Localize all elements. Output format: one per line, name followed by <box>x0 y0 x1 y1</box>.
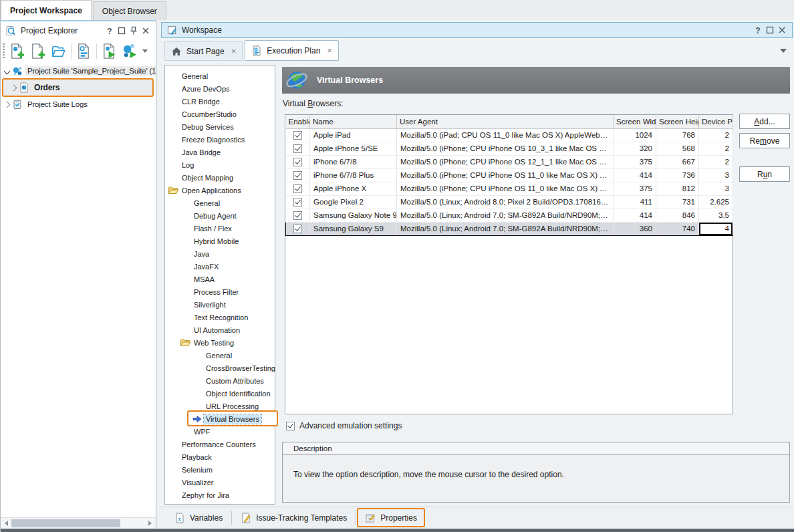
cell-name[interactable]: Apple iPhone X <box>310 182 397 195</box>
cell-screen-width[interactable]: 414 <box>614 209 656 222</box>
cell-device-pixel-ratio[interactable]: 3 <box>699 168 733 182</box>
cell-screen-width[interactable]: 1024 <box>614 128 656 142</box>
add-new-item-button[interactable] <box>27 41 48 61</box>
tab-overflow-dropdown-icon[interactable] <box>780 49 787 53</box>
table-row-iphone-6-7-8[interactable]: iPhone 6/7/8Mozilla/5.0 (iPhone; CPU iPh… <box>286 155 733 168</box>
main-tab-object-browser[interactable]: Object Browser <box>93 1 166 20</box>
cell-device-pixel-ratio[interactable]: 2.625 <box>699 195 733 209</box>
enable-checkbox[interactable] <box>293 198 302 207</box>
enable-checkbox[interactable] <box>293 171 302 180</box>
close-tab-icon[interactable]: × <box>327 46 332 55</box>
cell-user-agent[interactable]: Mozilla/5.0 (iPhone; CPU iPhone OS 11_0 … <box>397 168 614 182</box>
column-header-user-agent[interactable]: User Agent <box>397 115 614 128</box>
cell-user-agent[interactable]: Mozilla/5.0 (Linux; Android 8.0; Pixel 2… <box>397 195 614 209</box>
toolbar-grip[interactable] <box>3 43 5 59</box>
expander-icon[interactable] <box>11 84 17 91</box>
cell-name[interactable]: iPhone 6/7/8 Plus <box>310 168 397 182</box>
enable-checkbox[interactable] <box>293 131 302 140</box>
options-item-javafx[interactable]: JavaFX <box>165 260 275 273</box>
horizontal-scrollbar[interactable] <box>1 517 156 529</box>
enable-checkbox[interactable] <box>293 225 302 233</box>
tree-item-orders[interactable]: Orders <box>1 80 156 95</box>
scrollbar-thumb[interactable] <box>11 519 120 527</box>
options-item-web-testing[interactable]: Web Testing <box>165 336 275 349</box>
options-item-azure-devops[interactable]: Azure DevOps <box>165 82 275 95</box>
options-item-custom-attributes[interactable]: Custom Attributes <box>165 374 275 387</box>
cell-screen-height[interactable]: 667 <box>656 155 699 168</box>
column-header-screen-heig[interactable]: Screen Heig <box>656 115 699 128</box>
options-item-virtual-browsers[interactable]: Virtual Browsers <box>165 412 275 425</box>
scroll-left-icon[interactable] <box>5 521 8 526</box>
bottom-tab-properties[interactable]: Properties <box>356 507 426 529</box>
options-item-hybrid-mobile[interactable]: Hybrid Mobile <box>165 235 275 247</box>
options-item-log[interactable]: Log <box>165 158 275 171</box>
options-item-wpf[interactable]: WPF <box>165 425 275 438</box>
options-item-java[interactable]: Java <box>165 247 275 260</box>
document-tab-execution-plan[interactable]: Execution Plan× <box>245 40 339 61</box>
options-item-process-filter[interactable]: Process Filter <box>165 285 275 298</box>
organize-tests-button[interactable] <box>74 41 94 61</box>
options-item-text-recognition[interactable]: Text Recognition <box>165 311 275 323</box>
bottom-tab-issue-tracking-templates[interactable]: Issue-Tracking Templates <box>232 507 356 529</box>
cell-screen-height[interactable]: 568 <box>656 142 699 155</box>
cell-screen-height[interactable]: 812 <box>656 182 699 195</box>
bottom-tab-variables[interactable]: xVariables <box>166 507 231 529</box>
help-icon[interactable]: ? <box>753 25 763 35</box>
options-item-clr-bridge[interactable]: CLR Bridge <box>165 95 275 108</box>
cell-screen-width[interactable]: 375 <box>614 182 656 195</box>
options-item-msaa[interactable]: MSAA <box>165 273 275 285</box>
options-item-object-mapping[interactable]: Object Mapping <box>165 171 275 184</box>
maximize-icon[interactable] <box>765 25 775 35</box>
options-item-general[interactable]: General <box>165 196 275 209</box>
pin-icon[interactable] <box>128 25 139 36</box>
enable-checkbox[interactable] <box>293 144 302 153</box>
advanced-emulation-settings-checkbox[interactable]: Advanced emulation settings <box>286 421 402 430</box>
maximize-icon[interactable] <box>116 25 127 36</box>
cell-user-agent[interactable]: Mozilla/5.0 (iPhone; CPU iPhone OS 10_3_… <box>397 142 614 155</box>
cell-user-agent[interactable]: Mozilla/5.0 (Linux; Android 7.0; SM-G892… <box>397 209 614 222</box>
add-project-item-button[interactable] <box>7 41 27 61</box>
options-item-ui-automation[interactable]: UI Automation <box>165 323 275 336</box>
table-row-samsung-galaxy-note-9[interactable]: Samsung Galaxy Note 9Mozilla/5.0 (Linux;… <box>286 209 733 222</box>
options-item-playback[interactable]: Playback <box>165 450 275 463</box>
options-item-cucumberstudio[interactable]: CucumberStudio <box>165 108 275 120</box>
cell-name[interactable]: Apple iPhone 5/SE <box>310 142 397 155</box>
options-item-debug-agent[interactable]: Debug Agent <box>165 209 275 222</box>
cell-screen-height[interactable]: 740 <box>656 222 699 235</box>
expander-icon[interactable] <box>4 68 11 74</box>
options-item-debug-services[interactable]: Debug Services <box>165 120 275 133</box>
options-item-visualizer[interactable]: Visualizer <box>165 476 275 489</box>
remove-button[interactable]: Remove <box>739 133 790 148</box>
cell-device-pixel-ratio[interactable]: 2 <box>699 155 733 168</box>
cell-name[interactable]: Google Pixel 2 <box>310 195 397 209</box>
column-header-device-pi[interactable]: Device Pi <box>699 115 733 128</box>
table-row-apple-iphone-x[interactable]: Apple iPhone XMozilla/5.0 (iPhone; CPU i… <box>286 182 733 195</box>
table-row-iphone-6-7-8-plus[interactable]: iPhone 6/7/8 PlusMozilla/5.0 (iPhone; CP… <box>286 168 733 182</box>
cell-name[interactable]: iPhone 6/7/8 <box>310 155 397 168</box>
open-file-button[interactable] <box>48 41 69 61</box>
options-item-general[interactable]: General <box>165 349 275 362</box>
options-item-silverlight[interactable]: Silverlight <box>165 298 275 311</box>
options-item-open-applications[interactable]: Open Applications <box>165 184 275 196</box>
cell-user-agent[interactable]: Mozilla/5.0 (iPad; CPU OS 11_0 like Mac … <box>397 128 614 142</box>
enable-checkbox[interactable] <box>293 184 302 193</box>
cell-screen-height[interactable]: 736 <box>656 168 699 182</box>
column-header-screen-wid[interactable]: Screen Wid <box>614 115 656 128</box>
cell-device-pixel-ratio[interactable]: 3.5 <box>699 209 733 222</box>
options-item-zephyr-for-jira[interactable]: Zephyr for Jira <box>165 489 275 501</box>
table-row-apple-iphone-5-se[interactable]: Apple iPhone 5/SEMozilla/5.0 (iPhone; CP… <box>286 142 733 155</box>
table-row-apple-ipad[interactable]: Apple iPadMozilla/5.0 (iPad; CPU OS 11_0… <box>286 128 733 142</box>
tree-item-project-suite-sample-project-suite-1-p[interactable]: Project Suite 'Sample_Project_Suite' (1 … <box>1 63 156 78</box>
main-tab-project-workspace[interactable]: Project Workspace <box>1 0 92 20</box>
cell-user-agent[interactable]: Mozilla/5.0 (Linux; Android 7.0; SM-G892… <box>397 222 614 235</box>
enable-checkbox[interactable] <box>293 211 302 220</box>
cell-screen-width[interactable]: 375 <box>614 155 656 168</box>
cell-screen-height[interactable]: 731 <box>656 195 699 209</box>
column-header-enable[interactable]: Enable <box>286 115 310 128</box>
cell-user-agent[interactable]: Mozilla/5.0 (iPhone; CPU iPhone OS 12_1_… <box>397 155 614 168</box>
cell-screen-width[interactable]: 414 <box>614 168 656 182</box>
run-button[interactable]: Run <box>739 166 790 182</box>
cell-screen-width[interactable]: 320 <box>614 142 656 155</box>
document-tab-start-page[interactable]: Start Page× <box>164 41 243 61</box>
options-item-general[interactable]: General <box>165 70 275 82</box>
